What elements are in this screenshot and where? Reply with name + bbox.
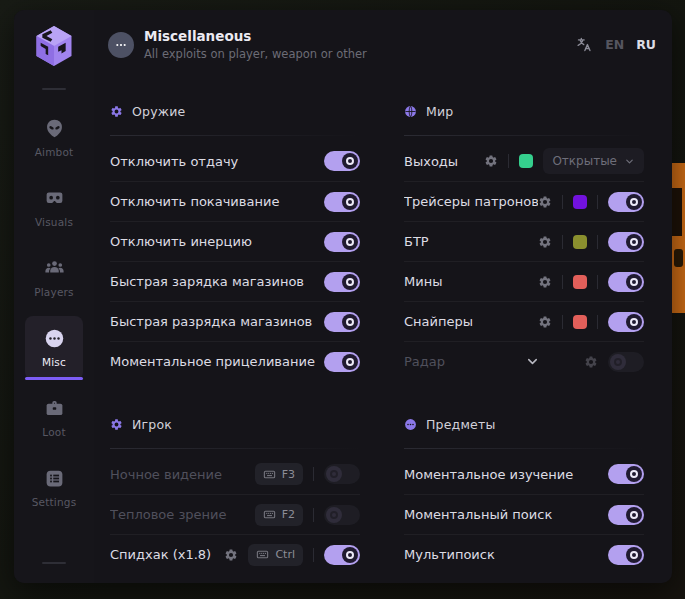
sidebar-item-aimbot[interactable]: Aimbot — [25, 106, 83, 170]
feature-label: Мины — [404, 274, 538, 289]
toggle-knob — [626, 466, 642, 482]
feature-label: Отключить инерцию — [110, 234, 324, 249]
section-title: Оружие — [132, 104, 185, 119]
cheat-menu-window: Aimbot Visuals Players Misc — [14, 10, 672, 583]
translate-icon[interactable] — [576, 36, 593, 53]
feature-row: Спидхак (x1.8) Ctrl — [110, 534, 360, 574]
section-title: Мир — [426, 104, 453, 119]
page-subtitle: All exploits on player, weapon or other — [144, 47, 367, 61]
toggle-knob — [626, 547, 642, 563]
toggle[interactable] — [324, 232, 360, 252]
feature-row: Быстрая зарядка магазинов — [110, 261, 360, 301]
toggle[interactable] — [608, 464, 644, 484]
section-title: Предметы — [426, 417, 496, 432]
sidebar-item-settings[interactable]: Settings — [25, 456, 83, 520]
section-title: Игрок — [132, 417, 172, 432]
control-divider — [597, 315, 598, 329]
toggle[interactable] — [324, 505, 360, 525]
feature-row: Моментальный поиск — [404, 494, 644, 534]
control-divider — [508, 154, 509, 168]
feature-label: БТР — [404, 234, 538, 249]
sidebar-item-label: Visuals — [35, 216, 73, 228]
game-bg-shape — [672, 188, 682, 236]
sidebar-item-label: Aimbot — [35, 146, 74, 158]
color-swatch[interactable] — [573, 275, 587, 289]
sidebar-item-label: Misc — [42, 356, 66, 368]
feature-row: БТР — [404, 221, 644, 261]
toggle-knob — [610, 354, 626, 370]
keyboard-icon — [263, 508, 276, 521]
section-header-items: Предметы — [404, 411, 644, 437]
toggle-knob — [342, 547, 358, 563]
feature-label: Моментальный поиск — [404, 507, 608, 522]
feature-row: Мины — [404, 261, 644, 301]
toggle[interactable] — [608, 545, 644, 565]
section-divider — [110, 448, 360, 449]
gear-icon[interactable] — [538, 315, 552, 329]
toggle[interactable] — [608, 505, 644, 525]
toggle[interactable] — [608, 192, 644, 212]
gear-icon[interactable] — [538, 235, 552, 249]
lang-option-ru[interactable]: RU — [636, 37, 656, 52]
chevron-down-icon[interactable] — [525, 354, 540, 369]
section-header-world: Мир — [404, 98, 644, 124]
color-swatch[interactable] — [573, 195, 587, 209]
feature-row: Снайперы — [404, 301, 644, 341]
sidebar-item-misc[interactable]: Misc — [25, 316, 83, 380]
keyboard-icon — [263, 468, 276, 481]
toggle[interactable] — [324, 312, 360, 332]
toggle[interactable] — [324, 151, 360, 171]
sidebar-item-players[interactable]: Players — [25, 246, 83, 310]
sidebar-divider — [42, 88, 66, 90]
section-divider — [404, 135, 644, 136]
toggle-knob — [342, 274, 358, 290]
control-divider — [562, 235, 563, 249]
section-divider — [110, 135, 360, 136]
toggle[interactable] — [324, 192, 360, 212]
sidebar-item-visuals[interactable]: Visuals — [25, 176, 83, 240]
gear-icon[interactable] — [584, 355, 598, 369]
feature-label: Моментальное изучение — [404, 467, 608, 482]
logo-cube-icon — [34, 24, 74, 68]
feature-label: Спидхак (x1.8) — [110, 547, 224, 562]
page-title: Miscellaneous — [144, 28, 251, 44]
hotkey-badge[interactable]: F2 — [255, 504, 303, 526]
color-swatch[interactable] — [573, 315, 587, 329]
sidebar-item-loot[interactable]: Loot — [25, 386, 83, 450]
hotkey-badge[interactable]: Ctrl — [248, 544, 303, 566]
gear-icon — [110, 105, 123, 118]
column-right: Мир Выходы Открытые — [404, 98, 644, 574]
feature-label: Отключить отдачу — [110, 154, 324, 169]
dropdown-value: Открытые — [552, 154, 617, 168]
alien-icon — [44, 118, 65, 139]
feature-label: Моментальное прицеливание — [110, 354, 324, 369]
gear-icon[interactable] — [224, 548, 238, 562]
toggle[interactable] — [324, 352, 360, 372]
hotkey-label: Ctrl — [275, 548, 295, 561]
toggle-knob — [326, 466, 342, 482]
feature-row: Тепловое зрение F2 — [110, 494, 360, 534]
toggle[interactable] — [608, 232, 644, 252]
gear-icon[interactable] — [538, 275, 552, 289]
gear-icon[interactable] — [484, 154, 498, 168]
lang-option-en[interactable]: EN — [605, 37, 624, 52]
feature-row: Ночное видение F3 — [110, 454, 360, 494]
toggle[interactable] — [608, 312, 644, 332]
hotkey-label: F3 — [282, 468, 295, 481]
color-swatch[interactable] — [519, 154, 533, 168]
toggle-knob — [626, 274, 642, 290]
gear-icon[interactable] — [538, 195, 552, 209]
color-swatch[interactable] — [573, 235, 587, 249]
hotkey-label: F2 — [282, 508, 295, 521]
toggle[interactable] — [608, 352, 644, 372]
hotkey-badge[interactable]: F3 — [255, 463, 303, 485]
toggle[interactable] — [608, 272, 644, 292]
gear-icon — [110, 418, 123, 431]
control-divider — [562, 315, 563, 329]
toggle[interactable] — [324, 545, 360, 565]
toggle[interactable] — [324, 272, 360, 292]
exits-dropdown[interactable]: Открытые — [543, 148, 644, 174]
vr-goggles-icon — [44, 188, 65, 209]
world-rows: Выходы Открытые Трейсеры па — [404, 141, 644, 381]
toggle[interactable] — [324, 464, 360, 484]
